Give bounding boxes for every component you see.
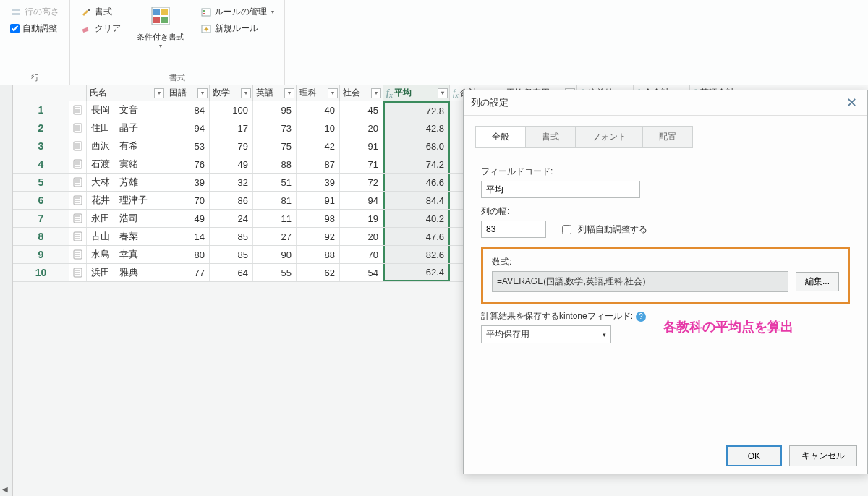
auto-adjust-checkbox[interactable]: 自動調整	[7, 21, 60, 36]
cell-avg[interactable]: 82.6	[383, 246, 450, 263]
cell-suugaku[interactable]: 64	[210, 264, 253, 281]
col-shakai[interactable]: 社会▾	[340, 85, 383, 101]
cell-name[interactable]: 浜田 雅典	[87, 264, 166, 281]
cell-name[interactable]: 花井 理津子	[87, 192, 166, 209]
record-icon-cell[interactable]	[69, 228, 87, 245]
col-eigo[interactable]: 英語▾	[253, 85, 297, 101]
filter-dropdown-icon[interactable]: ▾	[328, 88, 338, 98]
cell-rika[interactable]: 88	[297, 246, 340, 263]
cell-shakai[interactable]: 70	[340, 246, 383, 263]
cell-name[interactable]: 石渡 実緒	[87, 155, 166, 173]
record-icon-cell[interactable]	[69, 246, 87, 263]
cell-eigo[interactable]: 75	[253, 137, 297, 155]
cell-kokugo[interactable]: 80	[166, 246, 210, 263]
cell-name[interactable]: 大林 芳雄	[87, 174, 166, 191]
record-icon-cell[interactable]	[69, 119, 87, 137]
save-field-select[interactable]: 平均保存用 ▾	[481, 325, 611, 343]
cell-eigo[interactable]: 81	[253, 192, 297, 209]
cell-rika[interactable]: 39	[297, 174, 340, 191]
auto-adjust-input[interactable]	[10, 24, 20, 33]
cell-rika[interactable]: 42	[297, 137, 340, 155]
record-icon-cell[interactable]	[69, 210, 87, 227]
cell-avg[interactable]: 40.2	[383, 210, 450, 227]
cell-rika[interactable]: 10	[297, 119, 340, 137]
cell-eigo[interactable]: 11	[253, 210, 297, 227]
cell-eigo[interactable]: 55	[253, 264, 297, 281]
filter-dropdown-icon[interactable]: ▾	[197, 88, 208, 98]
col-name[interactable]: 氏名 ▾	[87, 85, 166, 101]
col-rika[interactable]: 理科▾	[297, 85, 340, 101]
tab-align[interactable]: 配置	[643, 127, 692, 147]
cell-kokugo[interactable]: 49	[166, 210, 210, 227]
cell-avg[interactable]: 68.0	[383, 137, 450, 155]
record-icon-cell[interactable]	[69, 155, 87, 173]
cell-name[interactable]: 西沢 有希	[87, 137, 166, 155]
field-code-input[interactable]	[481, 181, 640, 198]
filter-dropdown-icon[interactable]: ▾	[284, 88, 294, 98]
cell-rika[interactable]: 98	[297, 210, 340, 227]
cell-shakai[interactable]: 19	[340, 210, 383, 227]
close-icon[interactable]: ✕	[843, 95, 860, 111]
cell-rika[interactable]: 87	[297, 155, 340, 173]
col-avg[interactable]: fx平均▾	[383, 85, 450, 101]
cell-avg[interactable]: 72.8	[383, 101, 450, 119]
filter-dropdown-icon[interactable]: ▾	[241, 88, 251, 98]
cell-shakai[interactable]: 72	[340, 174, 383, 191]
cell-eigo[interactable]: 27	[253, 228, 297, 245]
cancel-button[interactable]: キャンセル	[789, 445, 857, 466]
cell-suugaku[interactable]: 17	[210, 119, 253, 137]
auto-width-input[interactable]	[562, 225, 571, 234]
cell-suugaku[interactable]: 86	[210, 192, 253, 209]
new-rule-button[interactable]: ✦ 新規ルール	[197, 21, 277, 36]
cell-shakai[interactable]: 91	[340, 137, 383, 155]
cell-suugaku[interactable]: 49	[210, 155, 253, 173]
cell-eigo[interactable]: 73	[253, 119, 297, 137]
cell-suugaku[interactable]: 100	[210, 101, 253, 119]
cell-rika[interactable]: 62	[297, 264, 340, 281]
width-input[interactable]	[481, 221, 546, 238]
cell-eigo[interactable]: 51	[253, 174, 297, 191]
cell-kokugo[interactable]: 94	[166, 119, 210, 137]
cell-kokugo[interactable]: 76	[166, 155, 210, 173]
cell-eigo[interactable]: 95	[253, 101, 297, 119]
cell-name[interactable]: 長岡 文音	[87, 101, 166, 119]
filter-dropdown-icon[interactable]: ▾	[438, 88, 448, 98]
cell-kokugo[interactable]: 77	[166, 264, 210, 281]
cell-suugaku[interactable]: 32	[210, 174, 253, 191]
record-icon-cell[interactable]	[69, 192, 87, 209]
cell-rika[interactable]: 91	[297, 192, 340, 209]
tab-font[interactable]: フォント	[576, 127, 643, 147]
filter-dropdown-icon[interactable]: ▾	[371, 88, 381, 98]
rule-manage-button[interactable]: ルールの管理 ▾	[197, 4, 277, 20]
cell-avg[interactable]: 42.8	[383, 119, 450, 137]
cell-suugaku[interactable]: 79	[210, 137, 253, 155]
cell-shakai[interactable]: 54	[340, 264, 383, 281]
cell-eigo[interactable]: 90	[253, 246, 297, 263]
record-icon-cell[interactable]	[69, 137, 87, 155]
clear-button[interactable]: クリア	[77, 21, 124, 36]
filter-dropdown-icon[interactable]: ▾	[154, 88, 164, 98]
cell-name[interactable]: 永田 浩司	[87, 210, 166, 227]
cell-rika[interactable]: 92	[297, 228, 340, 245]
tab-format[interactable]: 書式	[526, 127, 576, 147]
col-kokugo[interactable]: 国語▾	[166, 85, 210, 101]
cell-name[interactable]: 古山 春菜	[87, 228, 166, 245]
record-icon-cell[interactable]	[69, 264, 87, 281]
cell-avg[interactable]: 62.4	[383, 264, 450, 281]
edit-formula-button[interactable]: 編集...	[796, 272, 839, 291]
cell-avg[interactable]: 84.4	[383, 192, 450, 209]
ok-button[interactable]: OK	[726, 445, 782, 466]
cell-shakai[interactable]: 20	[340, 119, 383, 137]
cell-avg[interactable]: 47.6	[383, 228, 450, 245]
record-icon-cell[interactable]	[69, 174, 87, 191]
record-icon-cell[interactable]	[69, 101, 87, 119]
cell-eigo[interactable]: 88	[253, 155, 297, 173]
cell-kokugo[interactable]: 53	[166, 137, 210, 155]
col-suugaku[interactable]: 数学▾	[210, 85, 253, 101]
auto-width-checkbox[interactable]: 列幅自動調整する	[559, 223, 647, 236]
cell-avg[interactable]: 74.2	[383, 155, 450, 173]
cell-shakai[interactable]: 45	[340, 101, 383, 119]
conditional-format-button[interactable]: 条件付き書式 ▾	[134, 30, 187, 51]
cell-shakai[interactable]: 20	[340, 228, 383, 245]
format-button[interactable]: 書式	[77, 4, 124, 20]
